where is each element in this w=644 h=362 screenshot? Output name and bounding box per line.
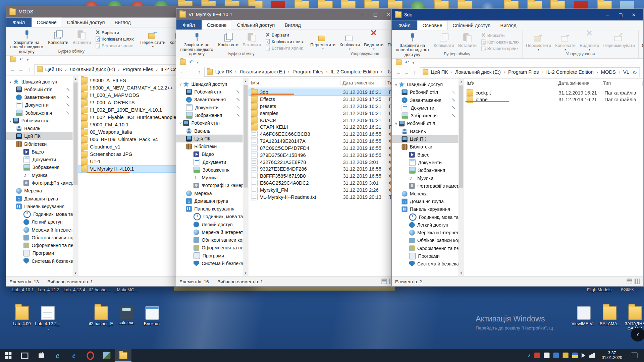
scroll-down-icon[interactable]: ▼ [244, 270, 247, 276]
qat-folder-icon[interactable] [10, 57, 16, 62]
desktop-icon[interactable]: ЗАПАДНЕ ФАЙЛИ [622, 306, 644, 330]
sidebar-item[interactable]: Система й безпека [392, 260, 458, 267]
up-icon[interactable]: ↑ [196, 69, 203, 75]
breadcrumb-segment[interactable]: Program Files [122, 66, 160, 72]
sidebar-item[interactable]: ∨ Швидкий доступ [392, 80, 458, 88]
scrollbar-thumb[interactable] [244, 85, 248, 187]
sidebar-item[interactable]: Легкий доступ [392, 221, 458, 229]
up-icon[interactable]: ↑ [26, 66, 33, 72]
copy-button[interactable]: Копіювати [46, 28, 70, 48]
forward-icon[interactable]: → [18, 66, 24, 72]
sidebar-item[interactable]: Цей ПК [392, 135, 458, 143]
close-button[interactable]: ✕ [628, 12, 640, 17]
tab-share[interactable]: Спільний доступ [62, 18, 110, 27]
breadcrumb-segment[interactable]: VL Myrsky II--4.10.1 [623, 69, 630, 75]
up-icon[interactable]: ↑ [412, 69, 418, 75]
file-row[interactable]: 72A123149E28147A 31.12.2019 16:55 Файл [249, 137, 398, 144]
edge-panel-toggle[interactable] [631, 327, 644, 342]
sidebar-item[interactable]: Годинник, мова та країна/ [6, 210, 72, 218]
thumbnail-view-icon[interactable] [635, 279, 640, 284]
sidebar-item[interactable]: Панель керування [6, 202, 72, 210]
qat-chevron-icon[interactable] [197, 60, 199, 65]
sidebar-item[interactable]: Документи [6, 156, 72, 163]
file-row[interactable]: 43276C221A3E8F78 31.12.2019 3:01 Файл [249, 159, 398, 166]
window-titlebar[interactable]: 3do – ▢ ✕ [392, 9, 643, 20]
cut-button[interactable]: Вирізати [479, 32, 521, 38]
sidebar-item[interactable]: Домашня група [176, 197, 243, 205]
file-row[interactable]: 93927E3ED64DF286 31.12.2019 16:55 Файл [249, 165, 398, 172]
breadcrumb-segment[interactable]: Локальний диск (E:) [69, 66, 122, 72]
sidebar-item[interactable]: Робочий стіл [392, 88, 458, 96]
copy-to-button[interactable]: Копіювати▾ [553, 31, 577, 51]
new-folder-button[interactable]: Створити папку [640, 31, 643, 51]
sidebar-item[interactable]: Відео [6, 148, 72, 156]
breadcrumb-segment[interactable]: Цей ПК [215, 69, 239, 75]
sidebar-item[interactable]: Годинник, мова та країна/ [392, 213, 458, 221]
sidebar-item[interactable]: Музика [6, 171, 72, 179]
scroll-down-icon[interactable]: ▼ [460, 270, 463, 276]
sidebar-item[interactable]: Мережа [6, 187, 72, 194]
tab-home[interactable]: Основне [202, 20, 232, 29]
breadcrumb-segment[interactable]: Локальний диск (E:) [455, 69, 508, 75]
breadcrumb-segment[interactable]: IL-2 Complete Edition [331, 69, 385, 75]
file-row[interactable]: presets 31.12.2019 16:21 Папка файлів [249, 103, 398, 110]
undo-icon[interactable] [405, 60, 409, 65]
desktop-icon[interactable]: Блокнот [139, 306, 165, 326]
breadcrumb-segment[interactable]: Локальний диск (E:) [239, 69, 292, 75]
forward-icon[interactable]: → [188, 69, 195, 75]
pin-quick-access-button[interactable]: Закріпити на панелі швидкого доступу [393, 31, 431, 51]
cut-button[interactable]: Вирізати [264, 32, 305, 38]
move-to-button[interactable]: Перемістити▾ [524, 31, 553, 51]
column-date[interactable]: Дата змінення [558, 81, 601, 86]
tray-app-icon[interactable] [544, 353, 549, 358]
sidebar-item[interactable]: Документи [6, 101, 72, 109]
copy-path-button[interactable]: Копіювати шлях [94, 36, 135, 42]
breadcrumb-segment[interactable]: Цей ПК [45, 66, 69, 72]
details-view-icon[interactable] [382, 279, 387, 284]
file-row[interactable]: samples 31.12.2019 16:21 Папка файлів [249, 110, 398, 117]
sidebar-item[interactable]: Оформлення та персонал [392, 244, 458, 252]
column-date[interactable]: Дата змінення [342, 80, 386, 85]
file-row[interactable]: MyrskyII_FM 31.12.2019 2:26 Файл [249, 186, 398, 193]
maximize-button[interactable]: ▢ [614, 12, 627, 17]
scrollbar-thumb[interactable] [459, 85, 463, 188]
sidebar-item[interactable]: Мережа [176, 189, 243, 197]
window-titlebar[interactable]: VL Myrsky II--4.10.1 – ▢ ✕ [176, 9, 398, 20]
tray-app-icon[interactable] [553, 353, 559, 358]
sidebar-item[interactable]: Відео [176, 150, 243, 158]
tab-file[interactable]: Файл [6, 18, 31, 27]
sidebar-item[interactable]: Зображення [176, 166, 243, 174]
tab-file[interactable]: Файл [392, 20, 417, 30]
paste-shortcut-button[interactable]: Вставити ярлик [94, 42, 135, 48]
address-box[interactable]: Цей ПКЛокальний диск (E:)Program FilesIL… [420, 67, 640, 77]
details-view-icon[interactable] [627, 279, 632, 284]
desktop-icon[interactable]: Lab_4.12.2_... [35, 306, 60, 330]
sidebar-item[interactable]: › Василь [176, 127, 243, 134]
sidebar-item[interactable]: Відео [392, 150, 458, 158]
internet-explorer-button[interactable] [49, 349, 66, 362]
sidebar-item[interactable]: Завантаження [6, 93, 72, 101]
sidebar-item[interactable]: Легкий доступ [6, 218, 72, 226]
copy-to-button[interactable]: Копіювати▾ [338, 31, 362, 51]
minimize-button[interactable]: – [356, 12, 369, 17]
scroll-up-icon[interactable]: ▲ [460, 79, 463, 84]
cut-button[interactable]: Вирізати [94, 29, 135, 35]
file-row[interactable]: СТАРІ ХЕШІ 31.12.2019 16:21 Папка файлів [249, 124, 398, 131]
sidebar-item[interactable]: ∨ Робочий стіл [176, 119, 243, 127]
scroll-up-icon[interactable]: ▲ [74, 76, 77, 82]
sidebar-item[interactable]: Цей ПК [176, 135, 243, 142]
sidebar-item[interactable]: Оформлення та персонал [176, 244, 243, 251]
tab-file[interactable]: Файл [176, 20, 201, 29]
paste-button[interactable]: Вставити [457, 31, 478, 51]
sidebar-item[interactable]: Мережа й Інтернет [6, 226, 72, 233]
file-row[interactable]: VL-Myrsky-II--Readme.txt 30.12.2019 20:1… [249, 193, 398, 200]
tab-view[interactable]: Вигляд [110, 18, 136, 27]
sidebar-item[interactable]: Облікові записи користува [6, 234, 72, 241]
qat-chevron-icon[interactable] [27, 57, 29, 62]
paste-button[interactable]: Вставити [241, 31, 263, 51]
volume-icon[interactable] [582, 353, 585, 358]
sidebar-item[interactable]: Зображення [176, 111, 243, 119]
file-row[interactable]: 4A6FC6EEC66CBCB8 31.12.2019 16:55 Файл [249, 130, 398, 137]
scroll-up-icon[interactable]: ▲ [244, 78, 247, 84]
paste-button[interactable]: Вставити [71, 28, 93, 48]
